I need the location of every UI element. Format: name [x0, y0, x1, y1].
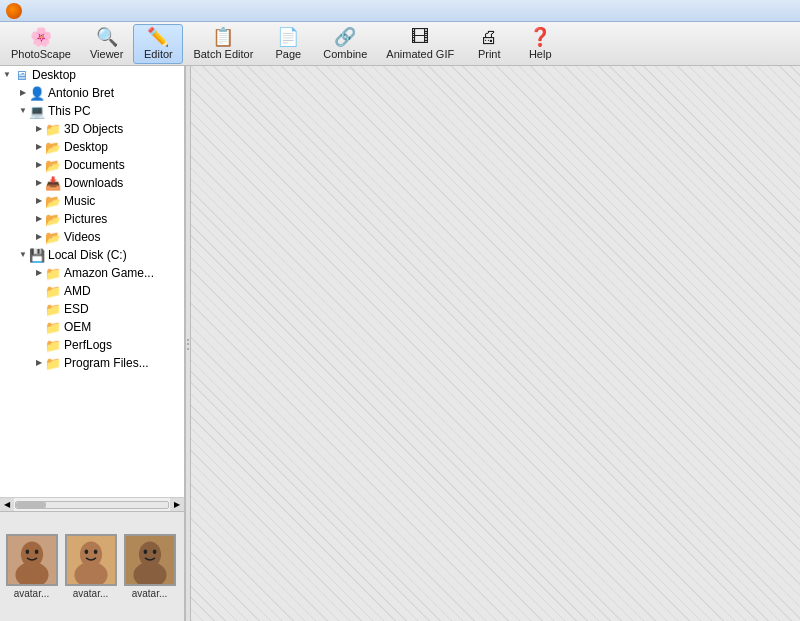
- thumbnail-item-0[interactable]: avatar...: [4, 534, 59, 599]
- tree-arrow-amazon-games[interactable]: ▶: [34, 268, 44, 278]
- tree-item-perflogs[interactable]: 📁PerfLogs: [0, 336, 184, 354]
- tree-arrow-pictures[interactable]: ▶: [34, 214, 44, 224]
- toolbar-label-animated-gif: Animated GIF: [386, 48, 454, 60]
- thumbnail-strip: avatar... avatar... avatar...: [0, 511, 184, 621]
- svg-point-9: [93, 549, 97, 554]
- tree-arrow-music[interactable]: ▶: [34, 196, 44, 206]
- tree-item-downloads[interactable]: ▶📥Downloads: [0, 174, 184, 192]
- tree-arrow-desktop[interactable]: ▶: [34, 142, 44, 152]
- tree-arrow-program-files[interactable]: ▶: [34, 358, 44, 368]
- tree-label-pictures: Pictures: [64, 212, 107, 226]
- tree-arrow-local-disk-c[interactable]: ▼: [18, 250, 28, 260]
- tree-arrow-documents[interactable]: ▶: [34, 160, 44, 170]
- tree-item-amazon-games[interactable]: ▶📁Amazon Game...: [0, 264, 184, 282]
- thumbnail-item-1[interactable]: avatar...: [63, 534, 118, 599]
- tree-item-esd[interactable]: 📁ESD: [0, 300, 184, 318]
- hscroll-thumb[interactable]: [16, 502, 46, 508]
- toolbar-btn-photoscape[interactable]: 🌸PhotoScape: [2, 24, 80, 64]
- tree-icon-desktop-root: 🖥: [13, 68, 29, 82]
- tree-icon-amazon-games: 📁: [45, 266, 61, 280]
- toolbar-label-viewer: Viewer: [90, 48, 123, 60]
- tree-arrow-antonio-bret[interactable]: ▶: [18, 88, 28, 98]
- tree-item-oem[interactable]: 📁OEM: [0, 318, 184, 336]
- tree-arrow-esd[interactable]: [34, 304, 44, 314]
- hscroll-left-arrow[interactable]: ◀: [0, 498, 14, 512]
- toolbar-btn-page[interactable]: 📄Page: [263, 24, 313, 64]
- tree-label-desktop: Desktop: [64, 140, 108, 154]
- tree-item-music[interactable]: ▶📂Music: [0, 192, 184, 210]
- tree-arrow-amd[interactable]: [34, 286, 44, 296]
- tree-icon-desktop: 📂: [45, 140, 61, 154]
- tree-label-perflogs: PerfLogs: [64, 338, 112, 352]
- hscroll-right-arrow[interactable]: ▶: [170, 498, 184, 512]
- tree-icon-antonio-bret: 👤: [29, 86, 45, 100]
- tree-icon-local-disk-c: 💾: [29, 248, 45, 262]
- tree-item-desktop[interactable]: ▶📂Desktop: [0, 138, 184, 156]
- tree-label-this-pc: This PC: [48, 104, 91, 118]
- toolbar-btn-print[interactable]: 🖨Print: [464, 24, 514, 64]
- tree-label-amd: AMD: [64, 284, 91, 298]
- toolbar-btn-viewer[interactable]: 🔍Viewer: [81, 24, 132, 64]
- thumbnail-label-0: avatar...: [14, 588, 50, 599]
- tree-icon-perflogs: 📁: [45, 338, 61, 352]
- toolbar-label-editor: Editor: [144, 48, 173, 60]
- hscroll-track[interactable]: [15, 501, 169, 509]
- toolbar-btn-batch-editor[interactable]: 📋Batch Editor: [184, 24, 262, 64]
- tree-label-oem: OEM: [64, 320, 91, 334]
- left-panel-inner: ▼🖥Desktop▶👤Antonio Bret▼💻This PC▶📁3D Obj…: [0, 66, 184, 621]
- tree-item-videos[interactable]: ▶📂Videos: [0, 228, 184, 246]
- toolbar-icon-page: 📄: [277, 28, 299, 46]
- toolbar-label-help: Help: [529, 48, 552, 60]
- thumbnail-item-2[interactable]: avatar...: [122, 534, 177, 599]
- tree-icon-documents: 📂: [45, 158, 61, 172]
- tree-icon-videos: 📂: [45, 230, 61, 244]
- main-area: ▼🖥Desktop▶👤Antonio Bret▼💻This PC▶📁3D Obj…: [0, 66, 800, 621]
- toolbar-label-page: Page: [275, 48, 301, 60]
- tree-icon-amd: 📁: [45, 284, 61, 298]
- toolbar-icon-viewer: 🔍: [96, 28, 118, 46]
- toolbar-btn-editor[interactable]: ✏️Editor: [133, 24, 183, 64]
- tree-label-downloads: Downloads: [64, 176, 123, 190]
- tree-label-desktop-root: Desktop: [32, 68, 76, 82]
- tree-arrow-this-pc[interactable]: ▼: [18, 106, 28, 116]
- tree-arrow-perflogs[interactable]: [34, 340, 44, 350]
- tree-icon-esd: 📁: [45, 302, 61, 316]
- toolbar: 🌸PhotoScape🔍Viewer✏️Editor📋Batch Editor📄…: [0, 22, 800, 66]
- tree-arrow-oem[interactable]: [34, 322, 44, 332]
- tree-label-local-disk-c: Local Disk (C:): [48, 248, 127, 262]
- tree-item-antonio-bret[interactable]: ▶👤Antonio Bret: [0, 84, 184, 102]
- thumbnail-label-2: avatar...: [132, 588, 168, 599]
- tree-label-esd: ESD: [64, 302, 89, 316]
- tree-label-3d-objects: 3D Objects: [64, 122, 123, 136]
- svg-point-4: [34, 549, 38, 554]
- tree-item-desktop-root[interactable]: ▼🖥Desktop: [0, 66, 184, 84]
- svg-point-8: [84, 549, 88, 554]
- tree-arrow-videos[interactable]: ▶: [34, 232, 44, 242]
- tree-item-documents[interactable]: ▶📂Documents: [0, 156, 184, 174]
- toolbar-icon-combine: 🔗: [334, 28, 356, 46]
- tree-arrow-downloads[interactable]: ▶: [34, 178, 44, 188]
- tree-item-3d-objects[interactable]: ▶📁3D Objects: [0, 120, 184, 138]
- thumbnail-image-0: [6, 534, 58, 586]
- tree-icon-downloads: 📥: [45, 176, 61, 190]
- tree-item-local-disk-c[interactable]: ▼💾Local Disk (C:): [0, 246, 184, 264]
- toolbar-btn-combine[interactable]: 🔗Combine: [314, 24, 376, 64]
- tree-arrow-3d-objects[interactable]: ▶: [34, 124, 44, 134]
- toolbar-icon-editor: ✏️: [147, 28, 169, 46]
- toolbar-btn-animated-gif[interactable]: 🎞Animated GIF: [377, 24, 463, 64]
- tree-label-videos: Videos: [64, 230, 100, 244]
- tree-item-amd[interactable]: 📁AMD: [0, 282, 184, 300]
- toolbar-icon-print: 🖨: [480, 28, 498, 46]
- title-bar: [0, 0, 800, 22]
- tree-icon-oem: 📁: [45, 320, 61, 334]
- editor-content-area: [191, 66, 800, 621]
- tree-item-program-files[interactable]: ▶📁Program Files...: [0, 354, 184, 372]
- file-tree-scroll[interactable]: ▼🖥Desktop▶👤Antonio Bret▼💻This PC▶📁3D Obj…: [0, 66, 184, 497]
- tree-arrow-desktop-root[interactable]: ▼: [2, 70, 12, 80]
- tree-item-pictures[interactable]: ▶📂Pictures: [0, 210, 184, 228]
- toolbar-icon-photoscape: 🌸: [30, 28, 52, 46]
- tree-label-antonio-bret: Antonio Bret: [48, 86, 114, 100]
- tree-item-this-pc[interactable]: ▼💻This PC: [0, 102, 184, 120]
- tree-horizontal-scrollbar[interactable]: ◀ ▶: [0, 497, 184, 511]
- toolbar-btn-help[interactable]: ❓Help: [515, 24, 565, 64]
